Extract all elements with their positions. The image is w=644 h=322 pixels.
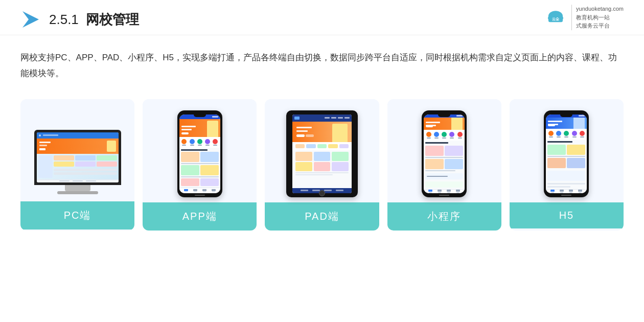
logo-arrow-icon [20, 9, 41, 30]
phone-app-icon [177, 110, 222, 197]
card-pc-label: PC端 [20, 201, 134, 229]
tablet-pad-icon [286, 110, 358, 197]
phone-miniprogram-icon [422, 110, 467, 197]
section-number: 2.5.1 [49, 12, 79, 27]
cards-container: PC端 [0, 87, 644, 246]
brand-cloud-icon: 云朵 [545, 7, 566, 28]
brand-url: yunduoketang.com [576, 5, 624, 13]
phone-h5-icon [544, 110, 589, 197]
svg-text:云朵: 云朵 [552, 17, 560, 21]
pc-monitor-icon [34, 130, 121, 196]
brand-logo: 云朵 yunduoketang.com 教育机构一站式服务云平台 [545, 5, 624, 30]
title-text: 网校管理 [86, 12, 139, 27]
card-h5: H5 [510, 99, 624, 231]
card-miniprogram-label: 小程序 [387, 202, 501, 231]
card-pad: PAD端 [265, 99, 379, 231]
header: 2.5.1 网校管理 云朵 yunduoketang.com 教育机构一站式服务… [0, 0, 644, 35]
description-text: 网校支持PC、APP、PAD、小程序、H5，实现多端打通，产品各终端自由切换，数… [0, 35, 644, 87]
brand-tagline-text: 教育机构一站式服务云平台 [576, 13, 624, 30]
card-pc: PC端 [20, 99, 134, 231]
card-pad-label: PAD端 [265, 202, 379, 231]
card-miniprogram-image [387, 99, 501, 202]
page-title: 2.5.1 网校管理 [49, 11, 139, 29]
brand-tagline: yunduoketang.com 教育机构一站式服务云平台 [571, 5, 624, 30]
card-app-label: APP端 [143, 202, 257, 231]
card-h5-label: H5 [510, 202, 624, 228]
card-miniprogram: 小程序 [387, 99, 501, 231]
card-app-image [143, 99, 257, 202]
description-content: 网校支持PC、APP、PAD、小程序、H5，实现多端打通，产品各终端自由切换，数… [20, 53, 617, 78]
card-pad-image [265, 99, 379, 202]
page: 2.5.1 网校管理 云朵 yunduoketang.com 教育机构一站式服务… [0, 0, 644, 322]
card-pc-image [20, 99, 134, 201]
card-h5-image [510, 99, 624, 202]
card-app: APP端 [143, 99, 257, 231]
svg-marker-0 [22, 11, 39, 28]
